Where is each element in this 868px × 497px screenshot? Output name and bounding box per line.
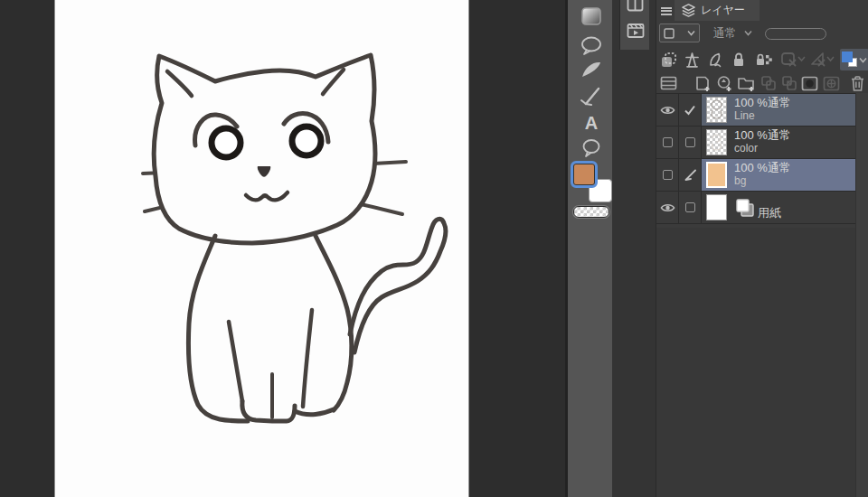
layers-stack-icon — [681, 3, 696, 18]
figure-tool-button[interactable] — [568, 58, 615, 81]
draw-target-cell[interactable] — [679, 159, 702, 191]
lock-alpha-button[interactable] — [750, 49, 777, 70]
merge-down-button-disabled[interactable] — [778, 72, 799, 94]
layer-opacity-mode: 100 %通常 — [734, 162, 791, 175]
layer-thumbnail[interactable] — [706, 129, 727, 155]
reference-layer-button[interactable] — [680, 49, 703, 70]
gradient-tool-icon — [580, 6, 602, 26]
figure-curve-tool-icon — [580, 59, 603, 80]
color-swatches — [571, 161, 612, 202]
panel-scroll-gutter — [855, 93, 868, 497]
thumbnail-lineart — [707, 98, 726, 122]
new-folder-button[interactable] — [735, 72, 759, 94]
effect-square-icon — [664, 28, 675, 39]
tab-layers-label: レイヤー — [701, 3, 745, 18]
chevron-down-icon — [687, 30, 695, 36]
chevron-down-icon — [859, 57, 867, 63]
opacity-slider[interactable] — [765, 28, 826, 40]
layer-property-row — [656, 48, 868, 71]
layer-row-line[interactable]: 100 %通常 Line — [656, 94, 855, 127]
clip-below-icon — [660, 52, 677, 69]
apply-mask-button-disabled[interactable] — [821, 72, 843, 94]
layer-property-button[interactable] — [656, 72, 682, 94]
new-folder-icon — [737, 75, 756, 92]
balloon-tool-button[interactable] — [568, 34, 615, 58]
eye-icon — [660, 202, 675, 213]
panel-gap — [612, 0, 656, 497]
panels-button[interactable] — [627, 0, 644, 13]
layer-name: bg — [734, 175, 791, 188]
layer-property-icon — [660, 76, 677, 90]
create-mask-button[interactable] — [799, 72, 821, 94]
timeline-icon — [627, 22, 645, 40]
ruler-pen-tool-icon — [580, 86, 603, 109]
layer-thumbnail[interactable] — [706, 162, 727, 188]
layer-controls: 通常 — [656, 23, 868, 46]
reference-layer-icon — [684, 52, 701, 69]
new-special-layer-button[interactable] — [713, 72, 735, 94]
tool-strip: A — [565, 0, 612, 497]
checkbox-icon — [663, 137, 673, 147]
selection-check[interactable] — [679, 94, 702, 126]
apply-mask-icon — [823, 76, 840, 91]
blend-mode-dropdown[interactable]: 通常 — [707, 23, 758, 42]
timeline-button[interactable] — [627, 22, 645, 40]
visibility-toggle[interactable] — [656, 94, 679, 126]
layer-color-icon — [842, 52, 859, 68]
visibility-toggle[interactable] — [656, 192, 679, 223]
layer-thumbnail[interactable] — [706, 194, 727, 220]
layer-color-button[interactable] — [840, 49, 868, 70]
balloon-tool-icon — [580, 35, 603, 57]
layer-name: 用紙 — [758, 205, 781, 221]
layers-panel: レイヤー 通常 — [656, 0, 868, 497]
draft-layer-button[interactable] — [703, 49, 727, 70]
layer-row-color[interactable]: 100 %通常 color — [656, 127, 855, 159]
transparent-color-chip[interactable] — [573, 206, 609, 218]
enable-mask-button-disabled[interactable] — [778, 49, 807, 70]
text-tool-icon: A — [585, 113, 598, 134]
layer-opacity-mode: 100 %通常 — [734, 129, 791, 143]
app-window: A — [0, 0, 868, 497]
ellipse-balloon-tool-button[interactable] — [568, 137, 615, 159]
create-mask-icon — [801, 76, 818, 91]
chevron-down-icon — [744, 30, 752, 36]
drawing-canvas[interactable] — [54, 0, 469, 497]
gradient-tool-button[interactable] — [568, 5, 615, 27]
clip-below-button[interactable] — [656, 49, 680, 70]
layer-opacity-mode: 100 %通常 — [734, 97, 791, 110]
layer-action-row — [656, 72, 868, 94]
checkbox-icon — [685, 137, 695, 147]
new-special-layer-icon — [716, 75, 733, 92]
draft-layer-icon — [707, 52, 724, 69]
tab-layers[interactable]: レイヤー — [675, 0, 760, 21]
ruler-disabled-icon — [809, 52, 835, 69]
ellipse-balloon-tool-icon — [580, 138, 602, 158]
delete-layer-button[interactable] — [845, 72, 868, 94]
layer-row-bg[interactable]: 100 %通常 bg — [656, 159, 855, 192]
selection-check[interactable] — [679, 127, 702, 158]
panel-menu-icon[interactable] — [659, 4, 674, 16]
layer-effect-dropdown[interactable] — [659, 23, 700, 42]
checkmark-icon — [684, 105, 696, 116]
foreground-color-swatch[interactable] — [571, 161, 598, 188]
pen-draw-target-icon — [684, 168, 697, 182]
ruler-button-disabled[interactable] — [807, 49, 836, 70]
layer-thumbnail[interactable] — [706, 97, 727, 123]
visibility-toggle[interactable] — [656, 127, 679, 158]
checkbox-icon — [685, 202, 695, 212]
new-raster-layer-button[interactable] — [693, 72, 714, 94]
lock-alpha-icon — [754, 52, 773, 69]
layers-tabbar: レイヤー — [656, 0, 868, 21]
selection-check[interactable] — [679, 192, 702, 223]
text-tool-button[interactable]: A — [568, 112, 615, 134]
thumbnail-faint-art — [707, 130, 726, 155]
checkbox-icon — [663, 170, 673, 180]
layer-row-paper[interactable]: 用紙 — [656, 192, 855, 224]
visibility-toggle[interactable] — [656, 159, 679, 191]
ruler-tool-button[interactable] — [568, 85, 615, 110]
layer-list-empty-area — [656, 228, 855, 497]
transfer-down-button-disabled[interactable] — [759, 72, 779, 94]
lock-layer-button[interactable] — [728, 49, 750, 70]
panels-icon — [627, 0, 644, 13]
transfer-down-icon — [760, 75, 777, 91]
